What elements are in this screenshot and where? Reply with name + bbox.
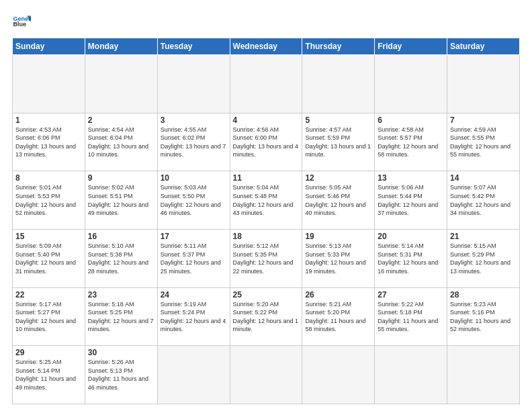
calendar-day-cell [302,55,375,113]
day-number: 15 [15,232,82,241]
day-info: Sunrise: 5:25 AMSunset: 5:14 PMDaylight:… [15,358,82,392]
calendar-day-cell: 28 Sunrise: 5:23 AMSunset: 5:16 PMDaylig… [447,287,520,346]
calendar-table: SundayMondayTuesdayWednesdayThursdayFrid… [12,38,520,404]
day-number: 14 [450,173,517,183]
calendar-day-cell: 22 Sunrise: 5:17 AMSunset: 5:27 PMDaylig… [13,287,85,346]
calendar-day-cell: 8 Sunrise: 5:01 AMSunset: 5:53 PMDayligh… [13,171,85,230]
day-info: Sunrise: 5:04 AMSunset: 5:48 PMDaylight:… [233,183,300,217]
day-info: Sunrise: 5:07 AMSunset: 5:42 PMDaylight:… [450,183,517,217]
calendar-day-cell: 3 Sunrise: 4:55 AMSunset: 6:02 PMDayligh… [157,113,230,171]
day-info: Sunrise: 4:57 AMSunset: 5:59 PMDaylight:… [305,126,371,159]
day-number: 18 [233,232,300,241]
calendar-day-cell: 21 Sunrise: 5:15 AMSunset: 5:29 PMDaylig… [447,229,520,287]
day-number: 24 [161,290,227,300]
calendar-week-row [13,55,520,113]
day-number: 16 [88,232,154,241]
calendar-day-cell [157,346,230,404]
day-info: Sunrise: 5:19 AMSunset: 5:24 PMDaylight:… [161,300,227,334]
header: General Blue [12,12,520,31]
weekday-header: Sunday [13,38,85,55]
calendar-day-cell: 19 Sunrise: 5:13 AMSunset: 5:33 PMDaylig… [302,229,375,287]
calendar-day-cell: 26 Sunrise: 5:21 AMSunset: 5:20 PMDaylig… [302,287,375,346]
calendar-day-cell [157,55,230,113]
day-info: Sunrise: 4:59 AMSunset: 5:55 PMDaylight:… [450,126,517,159]
logo: General Blue [12,12,31,31]
day-number: 13 [378,173,444,183]
calendar-day-cell: 9 Sunrise: 5:02 AMSunset: 5:51 PMDayligh… [85,171,157,230]
calendar-day-cell: 15 Sunrise: 5:09 AMSunset: 5:40 PMDaylig… [13,229,85,287]
weekday-header: Wednesday [230,38,302,55]
calendar-day-cell: 7 Sunrise: 4:59 AMSunset: 5:55 PMDayligh… [447,113,520,171]
calendar-day-cell: 20 Sunrise: 5:14 AMSunset: 5:31 PMDaylig… [375,229,447,287]
calendar-day-cell: 11 Sunrise: 5:04 AMSunset: 5:48 PMDaylig… [230,171,302,230]
calendar-week-row: 8 Sunrise: 5:01 AMSunset: 5:53 PMDayligh… [13,171,520,230]
day-number: 23 [88,290,154,300]
day-number: 10 [161,173,227,183]
day-info: Sunrise: 4:56 AMSunset: 6:00 PMDaylight:… [233,126,300,159]
calendar-day-cell [230,346,302,404]
calendar-day-cell: 27 Sunrise: 5:22 AMSunset: 5:18 PMDaylig… [375,287,447,346]
day-info: Sunrise: 4:55 AMSunset: 6:02 PMDaylight:… [161,126,227,159]
page: General Blue SundayMondayTuesdayWednesda… [0,0,532,411]
day-info: Sunrise: 5:17 AMSunset: 5:27 PMDaylight:… [15,300,82,334]
calendar-week-row: 15 Sunrise: 5:09 AMSunset: 5:40 PMDaylig… [13,229,520,287]
day-number: 30 [88,348,154,357]
calendar-week-row: 1 Sunrise: 4:53 AMSunset: 6:06 PMDayligh… [13,113,520,171]
day-info: Sunrise: 5:09 AMSunset: 5:40 PMDaylight:… [15,242,82,275]
day-number: 4 [233,116,300,125]
day-info: Sunrise: 5:05 AMSunset: 5:46 PMDaylight:… [305,183,371,217]
calendar-day-cell: 10 Sunrise: 5:03 AMSunset: 5:50 PMDaylig… [157,171,230,230]
day-number: 6 [378,116,444,125]
day-number: 19 [305,232,371,241]
day-info: Sunrise: 4:53 AMSunset: 6:06 PMDaylight:… [15,126,82,159]
day-info: Sunrise: 5:11 AMSunset: 5:37 PMDaylight:… [161,242,227,275]
weekday-header: Thursday [302,38,375,55]
calendar-day-cell [13,55,85,113]
calendar-day-cell [375,55,447,113]
day-number: 3 [161,116,227,125]
day-number: 22 [15,290,82,300]
day-info: Sunrise: 5:21 AMSunset: 5:20 PMDaylight:… [305,300,371,334]
day-info: Sunrise: 5:02 AMSunset: 5:51 PMDaylight:… [88,183,154,217]
day-info: Sunrise: 5:20 AMSunset: 5:22 PMDaylight:… [233,300,300,334]
calendar-week-row: 29 Sunrise: 5:25 AMSunset: 5:14 PMDaylig… [13,346,520,404]
day-info: Sunrise: 5:12 AMSunset: 5:35 PMDaylight:… [233,242,300,275]
calendar-day-cell: 2 Sunrise: 4:54 AMSunset: 6:04 PMDayligh… [85,113,157,171]
calendar-day-cell: 30 Sunrise: 5:26 AMSunset: 5:13 PMDaylig… [85,346,157,404]
calendar-day-cell: 1 Sunrise: 4:53 AMSunset: 6:06 PMDayligh… [13,113,85,171]
day-info: Sunrise: 5:01 AMSunset: 5:53 PMDaylight:… [15,183,82,217]
calendar-day-cell: 12 Sunrise: 5:05 AMSunset: 5:46 PMDaylig… [302,171,375,230]
calendar-day-cell [302,346,375,404]
calendar-day-cell [447,346,520,404]
day-number: 20 [378,232,444,241]
day-info: Sunrise: 5:26 AMSunset: 5:13 PMDaylight:… [88,358,154,392]
weekday-header: Saturday [447,38,520,55]
calendar-day-cell [85,55,157,113]
calendar-day-cell [230,55,302,113]
day-info: Sunrise: 4:58 AMSunset: 5:57 PMDaylight:… [378,126,444,159]
day-number: 1 [15,116,82,125]
day-number: 26 [305,290,371,300]
calendar-day-cell: 18 Sunrise: 5:12 AMSunset: 5:35 PMDaylig… [230,229,302,287]
day-info: Sunrise: 5:18 AMSunset: 5:25 PMDaylight:… [88,300,154,334]
calendar-day-cell: 4 Sunrise: 4:56 AMSunset: 6:00 PMDayligh… [230,113,302,171]
calendar-week-row: 22 Sunrise: 5:17 AMSunset: 5:27 PMDaylig… [13,287,520,346]
day-info: Sunrise: 5:06 AMSunset: 5:44 PMDaylight:… [378,183,444,217]
day-number: 27 [378,290,444,300]
calendar-day-cell: 6 Sunrise: 4:58 AMSunset: 5:57 PMDayligh… [375,113,447,171]
calendar-header-row: SundayMondayTuesdayWednesdayThursdayFrid… [13,38,520,55]
day-info: Sunrise: 5:14 AMSunset: 5:31 PMDaylight:… [378,242,444,275]
calendar-day-cell: 16 Sunrise: 5:10 AMSunset: 5:38 PMDaylig… [85,229,157,287]
weekday-header: Tuesday [157,38,230,55]
day-number: 2 [88,116,154,125]
day-info: Sunrise: 5:10 AMSunset: 5:38 PMDaylight:… [88,242,154,275]
day-number: 7 [450,116,517,125]
calendar-day-cell: 14 Sunrise: 5:07 AMSunset: 5:42 PMDaylig… [447,171,520,230]
day-info: Sunrise: 5:13 AMSunset: 5:33 PMDaylight:… [305,242,371,275]
calendar-day-cell: 29 Sunrise: 5:25 AMSunset: 5:14 PMDaylig… [13,346,85,404]
day-number: 8 [15,173,82,183]
calendar-day-cell: 23 Sunrise: 5:18 AMSunset: 5:25 PMDaylig… [85,287,157,346]
weekday-header: Monday [85,38,157,55]
day-info: Sunrise: 5:23 AMSunset: 5:16 PMDaylight:… [450,300,517,334]
calendar-day-cell [447,55,520,113]
